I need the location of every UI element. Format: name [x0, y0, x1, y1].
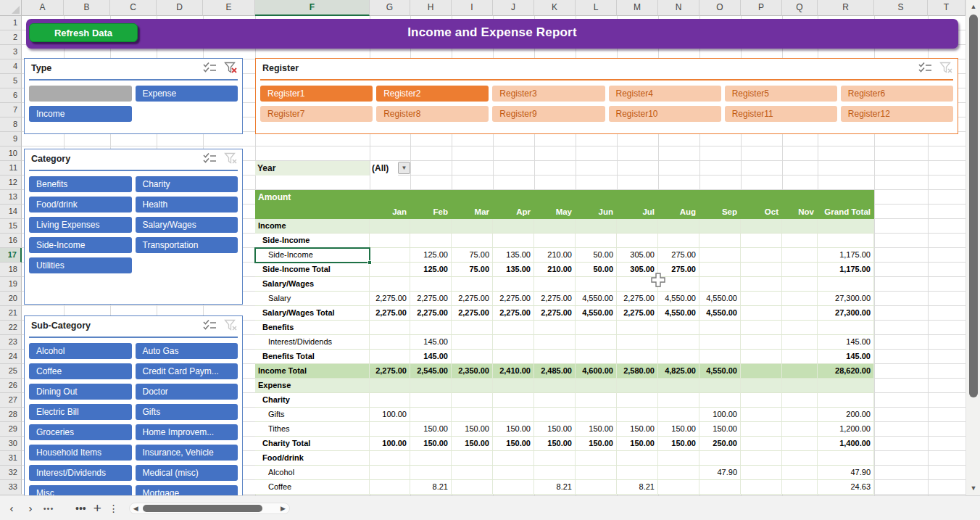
- vertical-scroll-thumb[interactable]: [969, 15, 978, 397]
- pivot-value-cell[interactable]: [658, 408, 699, 422]
- pivot-value-cell[interactable]: 2,275.00: [534, 306, 576, 321]
- pivot-value-cell[interactable]: [658, 393, 699, 408]
- pivot-value-cell[interactable]: [493, 466, 534, 480]
- pivot-value-cell[interactable]: [410, 451, 452, 466]
- pivot-value-cell[interactable]: [410, 393, 452, 408]
- column-header-P[interactable]: P: [741, 0, 782, 16]
- vertical-scrollbar[interactable]: ▲ ▼: [966, 0, 980, 499]
- column-header-G[interactable]: G: [370, 0, 410, 16]
- pivot-value-cell[interactable]: [699, 219, 741, 234]
- pivot-value-cell[interactable]: [699, 234, 741, 248]
- pivot-value-cell[interactable]: [534, 219, 576, 234]
- pivot-column-header-grand-total[interactable]: Grand Total: [818, 205, 874, 219]
- pivot-value-cell[interactable]: [658, 234, 699, 248]
- pivot-value-cell[interactable]: [534, 379, 576, 393]
- pivot-value-cell[interactable]: [741, 437, 782, 451]
- row-header-19[interactable]: 19: [0, 277, 22, 292]
- row-header-15[interactable]: 15: [0, 219, 22, 234]
- slicer-item-medical-misc-[interactable]: Medical (misc): [136, 465, 238, 481]
- row-header-23[interactable]: 23: [0, 335, 22, 350]
- pivot-value-cell[interactable]: 145.00: [410, 335, 452, 350]
- pivot-value-cell[interactable]: 75.00: [452, 263, 493, 277]
- pivot-value-cell[interactable]: [493, 393, 534, 408]
- more-sheets-icon[interactable]: •••: [75, 503, 86, 514]
- row-header-22[interactable]: 22: [0, 321, 22, 335]
- pivot-value-cell[interactable]: [741, 408, 782, 422]
- pivot-value-cell[interactable]: [782, 408, 818, 422]
- pivot-row-label[interactable]: Salary/Wages Total: [255, 306, 370, 321]
- pivot-value-cell[interactable]: [782, 248, 818, 263]
- pivot-value-cell[interactable]: [782, 422, 818, 437]
- pivot-value-cell[interactable]: [741, 393, 782, 408]
- row-header-7[interactable]: 7: [0, 103, 22, 117]
- horizontal-scroll-thumb[interactable]: [143, 505, 262, 512]
- column-header-I[interactable]: I: [452, 0, 493, 16]
- pivot-value-cell[interactable]: [617, 393, 658, 408]
- column-header-S[interactable]: S: [874, 0, 928, 16]
- pivot-value-cell[interactable]: [617, 219, 658, 234]
- pivot-value-cell[interactable]: 150.00: [617, 422, 658, 437]
- pivot-value-cell[interactable]: [534, 393, 576, 408]
- pivot-value-cell[interactable]: 2,275.00: [370, 292, 410, 306]
- pivot-value-cell[interactable]: 275.00: [658, 263, 699, 277]
- row-header-32[interactable]: 32: [0, 466, 22, 480]
- pivot-value-cell[interactable]: [658, 277, 699, 292]
- pivot-value-cell[interactable]: [370, 335, 410, 350]
- row-header-33[interactable]: 33: [0, 480, 22, 495]
- pivot-value-cell[interactable]: 4,550.00: [576, 292, 617, 306]
- slicer-item-register12[interactable]: Register12: [841, 106, 953, 122]
- pivot-column-header-sep[interactable]: Sep: [699, 205, 741, 219]
- row-header-11[interactable]: 11: [0, 161, 22, 176]
- pivot-value-cell[interactable]: 150.00: [534, 422, 576, 437]
- pivot-value-cell[interactable]: [741, 379, 782, 393]
- pivot-value-cell[interactable]: [452, 480, 493, 495]
- pivot-value-cell[interactable]: 100.00: [370, 437, 410, 451]
- pivot-column-header-jul[interactable]: Jul: [617, 205, 658, 219]
- row-header-4[interactable]: 4: [0, 59, 22, 74]
- pivot-value-cell[interactable]: [782, 364, 818, 379]
- pivot-value-cell[interactable]: [410, 408, 452, 422]
- pivot-value-cell[interactable]: [452, 466, 493, 480]
- pivot-value-cell[interactable]: [576, 393, 617, 408]
- pivot-row-label[interactable]: Benefits: [255, 321, 370, 335]
- slicer-item-benefits[interactable]: Benefits: [29, 176, 132, 192]
- scroll-right-arrow[interactable]: ▶: [281, 505, 286, 512]
- pivot-value-cell[interactable]: [534, 466, 576, 480]
- pivot-value-cell[interactable]: [617, 379, 658, 393]
- pivot-value-cell[interactable]: 305.00: [617, 248, 658, 263]
- pivot-value-cell[interactable]: [699, 350, 741, 364]
- column-header-Q[interactable]: Q: [782, 0, 818, 16]
- row-header-31[interactable]: 31: [0, 451, 22, 466]
- pivot-value-cell[interactable]: [493, 350, 534, 364]
- pivot-value-cell[interactable]: [534, 234, 576, 248]
- slicer-item-groceries[interactable]: Groceries: [29, 424, 132, 440]
- pivot-value-cell[interactable]: 8.21: [617, 480, 658, 495]
- pivot-value-cell[interactable]: [699, 263, 741, 277]
- pivot-column-header-may[interactable]: May: [534, 205, 576, 219]
- pivot-value-cell[interactable]: 1,175.00: [818, 263, 874, 277]
- pivot-row-label[interactable]: Income Total: [255, 364, 370, 379]
- pivot-row-label[interactable]: Charity: [255, 393, 370, 408]
- pivot-value-cell[interactable]: [782, 393, 818, 408]
- pivot-value-cell[interactable]: [493, 480, 534, 495]
- pivot-value-cell[interactable]: [452, 219, 493, 234]
- pivot-value-cell[interactable]: [617, 408, 658, 422]
- slicer-item-register8[interactable]: Register8: [376, 106, 489, 122]
- pivot-value-cell[interactable]: [493, 451, 534, 466]
- pivot-value-cell[interactable]: [741, 248, 782, 263]
- pivot-value-cell[interactable]: [741, 263, 782, 277]
- scroll-left-arrow[interactable]: ◀: [133, 505, 138, 512]
- pivot-value-cell[interactable]: [782, 321, 818, 335]
- pivot-value-cell[interactable]: 50.00: [576, 248, 617, 263]
- row-header-29[interactable]: 29: [0, 422, 22, 437]
- pivot-value-cell[interactable]: [699, 480, 741, 495]
- row-header-1[interactable]: 1: [0, 16, 22, 30]
- pivot-value-cell[interactable]: [452, 277, 493, 292]
- pivot-value-cell[interactable]: [617, 335, 658, 350]
- row-header-6[interactable]: 6: [0, 88, 22, 103]
- pivot-row-label[interactable]: Salary/Wages: [255, 277, 370, 292]
- pivot-value-cell[interactable]: [699, 393, 741, 408]
- pivot-value-cell[interactable]: 2,275.00: [370, 364, 410, 379]
- pivot-value-cell[interactable]: [741, 321, 782, 335]
- pivot-row-label[interactable]: Interest/Dividends: [255, 335, 370, 350]
